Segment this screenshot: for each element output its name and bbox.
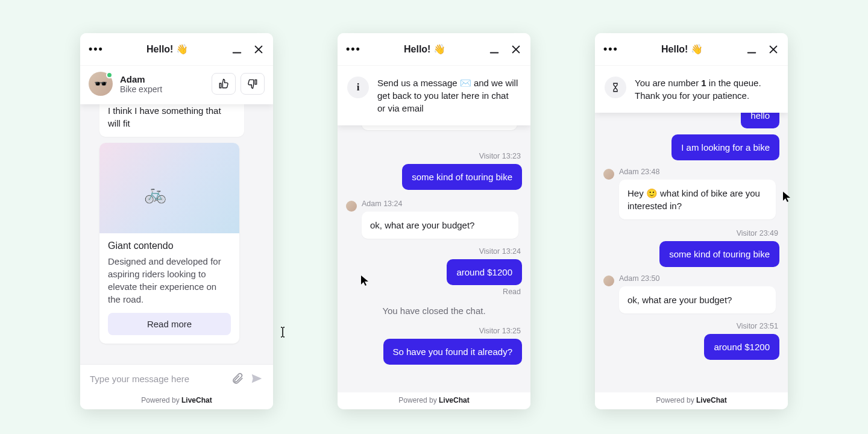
message-meta: Adam 23:48 (619, 168, 779, 176)
agent-avatar: 🕶️ (89, 72, 113, 96)
agent-name: Adam (120, 74, 204, 84)
message-meta: Adam 13:24 (362, 200, 522, 208)
product-description: Designed and developed for aspiring ride… (108, 255, 231, 306)
more-icon[interactable]: ••• (89, 43, 104, 55)
minimize-icon[interactable] (231, 43, 243, 55)
info-icon: i (347, 77, 369, 98)
agent-message: Hey 🙂 what kind of bike are you interest… (619, 180, 776, 219)
footer-brand[interactable]: LiveChat (181, 396, 212, 404)
read-receipt: Read (346, 288, 521, 296)
message-meta: Visitor 13:23 (346, 152, 521, 160)
system-message: You have closed the chat. (346, 306, 522, 316)
thumbs-up-button[interactable] (212, 73, 236, 95)
footer-prefix: Powered by (656, 396, 696, 404)
user-message: So have you found it already? (383, 339, 522, 365)
chat-widget-2: ••• Hello! 👋 i Send us a message ✉️ and … (338, 33, 530, 409)
header: ••• Hello! 👋 (595, 33, 788, 66)
user-message: I am looking for a bike (671, 134, 779, 160)
user-message: some kind of touring bike (402, 164, 522, 190)
close-icon[interactable] (253, 43, 265, 55)
close-icon[interactable] (510, 43, 522, 55)
chat-widget-1: ••• Hello! 👋 🕶️ Adam Bike expert (80, 33, 273, 409)
user-message: around $1200 (447, 259, 522, 285)
notice-bar: i Send us a message ✉️ and we will get b… (338, 66, 530, 125)
header-title-text: Hello! (146, 44, 173, 54)
footer-prefix: Powered by (141, 396, 181, 404)
more-icon[interactable]: ••• (346, 43, 361, 55)
mouse-cursor-icon (782, 191, 791, 203)
close-icon[interactable] (767, 43, 779, 55)
queue-position: 1 (701, 78, 706, 88)
message-input[interactable] (90, 374, 225, 384)
message-text: Hey 🙂 what kind of bike are you interest… (627, 188, 760, 211)
chat-body: Visitor 13:23 some kind of touring bike … (338, 125, 530, 392)
minimize-icon[interactable] (488, 43, 500, 55)
hourglass-icon (605, 77, 626, 98)
header-title-text: Hello! (661, 44, 688, 54)
message-text: ok, what are your budget? (370, 220, 474, 230)
message-text: around $1200 (714, 342, 770, 352)
agent-message: I think I have something that will fit (99, 104, 244, 137)
agent-mini-avatar (603, 275, 614, 286)
prev-message-peek (362, 125, 517, 130)
mouse-cursor-icon (360, 275, 369, 287)
message-meta: Visitor 23:51 (603, 322, 778, 330)
send-icon[interactable] (250, 372, 263, 385)
wave-emoji-icon: 👋 (433, 44, 445, 54)
user-message: some kind of touring bike (659, 241, 779, 267)
product-card: 🚲 Giant contendo Designed and developed … (99, 143, 239, 344)
footer-brand[interactable]: LiveChat (439, 396, 470, 404)
message-text: around $1200 (456, 267, 512, 277)
header: ••• Hello! 👋 (80, 33, 273, 66)
message-meta: Visitor 23:49 (603, 229, 778, 237)
message-meta: Adam 23:50 (619, 274, 779, 283)
thumbs-down-button[interactable] (241, 73, 265, 95)
header-title-text: Hello! (404, 44, 430, 54)
chat-body: hello I am looking for a bike Adam 23:48… (595, 113, 788, 392)
agent-mini-avatar (346, 201, 357, 212)
message-text: some kind of touring bike (669, 249, 770, 259)
composer (80, 364, 273, 392)
message-text: some kind of touring bike (412, 172, 512, 182)
bike-icon: 🚲 (144, 182, 166, 203)
agent-bar: 🕶️ Adam Bike expert (80, 66, 273, 104)
message-text: ok, what are your budget? (627, 295, 732, 305)
message-meta: Visitor 13:25 (346, 327, 521, 335)
notice-text: You are number 1 in the queue. Thank you… (635, 77, 776, 102)
wave-emoji-icon: 👋 (176, 44, 188, 54)
header-title: Hello! 👋 (361, 43, 488, 55)
text-cursor-icon (278, 326, 287, 338)
chat-body: I think I have something that will fit 🚲… (80, 104, 273, 364)
user-message: around $1200 (704, 334, 779, 360)
agent-message: ok, what are your budget? (362, 212, 518, 239)
message-meta: Visitor 13:24 (346, 247, 521, 256)
notice-bar: You are number 1 in the queue. Thank you… (595, 66, 788, 113)
more-icon[interactable]: ••• (603, 43, 618, 55)
chat-widget-3: ••• Hello! 👋 You are number 1 in the que… (595, 33, 788, 409)
minimize-icon[interactable] (746, 43, 758, 55)
footer: Powered by LiveChat (595, 392, 788, 409)
attachment-icon[interactable] (231, 372, 244, 385)
footer-brand[interactable]: LiveChat (696, 396, 727, 404)
read-more-button[interactable]: Read more (108, 313, 231, 335)
footer: Powered by LiveChat (80, 392, 273, 409)
message-text: hello (750, 113, 770, 121)
agent-mini-avatar (603, 169, 614, 180)
message-text: I think I have something that will fit (108, 105, 221, 128)
header-title: Hello! 👋 (618, 43, 746, 55)
footer-prefix: Powered by (398, 396, 439, 404)
header: ••• Hello! 👋 (338, 33, 530, 66)
agent-message: ok, what are your budget? (619, 286, 776, 313)
product-image: 🚲 (99, 143, 239, 233)
footer: Powered by LiveChat (338, 392, 530, 409)
header-title: Hello! 👋 (104, 43, 231, 55)
notice-text: Send us a message ✉️ and we will get bac… (377, 77, 518, 115)
user-message: hello (741, 113, 779, 128)
message-text: I am looking for a bike (681, 142, 770, 153)
product-title: Giant contendo (108, 241, 231, 251)
message-text: So have you found it already? (393, 347, 512, 357)
agent-role: Bike expert (120, 84, 204, 94)
online-status-icon (106, 72, 113, 78)
wave-emoji-icon: 👋 (691, 44, 703, 54)
